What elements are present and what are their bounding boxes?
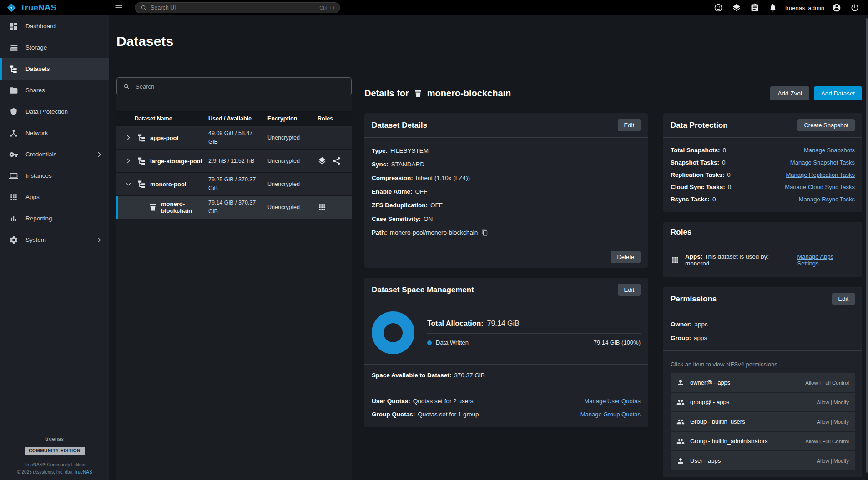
dataset-search[interactable] — [116, 77, 352, 95]
replication-tasks-row: Replication Tasks:0Manage Replication Ta… — [671, 169, 855, 181]
sidebar-item-reporting[interactable]: Reporting — [0, 208, 109, 229]
delete-dataset-button[interactable]: Delete — [611, 251, 641, 263]
snapshot-tasks-row: Snapshot Tasks:0Manage Snapshot Tasks — [671, 156, 855, 169]
footer-brand-link[interactable]: TrueNAS — [74, 470, 92, 475]
permission-value: Allow | Modify — [817, 458, 849, 464]
manage-group-quotas-link[interactable]: Manage Group Quotas — [580, 408, 641, 421]
permission-item-builtin-users[interactable]: Group - builtin_users Allow | Modify — [671, 412, 855, 431]
truenas-logo-icon — [6, 3, 16, 13]
jobs-button[interactable] — [747, 1, 762, 15]
field-label: Sync: — [372, 161, 389, 168]
card-title: Dataset Space Management — [372, 285, 474, 295]
nfsv4-hint: Click an item to view NFSv4 permissions — [671, 356, 855, 373]
manage-user-quotas-link[interactable]: Manage User Quotas — [584, 395, 641, 408]
sidebar-item-instances[interactable]: Instances — [0, 165, 109, 186]
used-available-value: 2.9 TiB / 11.52 TiB — [208, 157, 267, 165]
dataset-name: monero-blockchain — [161, 200, 208, 214]
permission-item-user-apps[interactable]: User - apps Allow | Modify — [671, 451, 855, 470]
sidebar-item-credentials[interactable]: Credentials — [0, 144, 109, 165]
total-allocation-label: Total Allocation: — [427, 320, 484, 327]
collapse-toggle-button[interactable] — [123, 179, 134, 190]
owner-label: Owner: — [671, 321, 692, 328]
sidebar-item-shares[interactable]: Shares — [0, 80, 109, 101]
add-dataset-button[interactable]: Add Dataset — [814, 86, 862, 100]
permission-value: Allow | Full Control — [805, 380, 849, 385]
permission-item-group-at[interactable]: group@ - apps Allow | Modify — [671, 393, 855, 411]
sidebar-item-label: System — [25, 236, 46, 243]
create-snapshot-button[interactable]: Create Snapshot — [797, 119, 855, 131]
manage-snapshots-link[interactable]: Manage Snapshots — [804, 144, 855, 156]
account-menu-button[interactable] — [829, 1, 844, 15]
chevron-down-icon — [125, 180, 132, 188]
dataset-row-apps-pool[interactable]: apps-pool 49.09 GiB / 58.47 GiB Unencryp… — [116, 126, 352, 150]
brand-name: TrueNAS — [20, 3, 56, 13]
copy-path-button[interactable] — [481, 229, 488, 236]
group-icon — [676, 437, 685, 445]
clipboard-icon — [750, 3, 759, 12]
manage-rsync-tasks-link[interactable]: Manage Rsync Tasks — [799, 193, 855, 205]
sidebar-item-system[interactable]: System — [0, 229, 109, 250]
total-snapshots-row: Total Snapshots:0Manage Snapshots — [671, 144, 855, 156]
row-value: 0 — [727, 169, 731, 181]
dataset-name: apps-pool — [150, 135, 178, 141]
space-management-edit-button[interactable]: Edit — [618, 284, 641, 296]
group-label: Group: — [671, 335, 691, 341]
manage-cloud-sync-tasks-link[interactable]: Manage Cloud Sync Tasks — [785, 181, 855, 193]
person-icon — [676, 457, 685, 465]
space-available: Space Available to Dataset:370.37 GiB — [372, 370, 641, 383]
user-quotas-value: Quotas set for 2 users — [413, 395, 474, 408]
sidebar-item-apps[interactable]: Apps — [0, 186, 109, 208]
row-value: 0 — [712, 193, 716, 205]
brand[interactable]: TrueNAS — [0, 3, 109, 13]
permission-item-owner[interactable]: owner@ - apps Allow | Full Control — [671, 373, 855, 392]
share-role-icon — [332, 156, 341, 165]
manage-replication-tasks-link[interactable]: Manage Replication Tasks — [786, 169, 855, 181]
dataset-row-large-storage-pool[interactable]: large-storage-pool 2.9 TiB / 11.52 TiB U… — [116, 150, 352, 173]
alerts-button[interactable] — [765, 1, 781, 15]
sidebar-item-network[interactable]: Network — [0, 122, 109, 144]
sidebar-item-dashboard[interactable]: Dashboard — [0, 15, 109, 37]
field-compression: Compression:Inherit (1.10x (LZ4)) — [372, 171, 641, 185]
dataset-row-monero-pool[interactable]: monero-pool 79.25 GiB / 370.37 GiB Unenc… — [116, 173, 352, 196]
details-title: Details for monero-blockchain — [364, 88, 511, 99]
column-header-used-available: Used / Available — [208, 115, 267, 122]
truecommand-button[interactable] — [729, 1, 744, 15]
menu-toggle-button[interactable] — [109, 0, 128, 15]
permission-value: Allow | Modify — [817, 400, 849, 405]
apps-grid-icon — [9, 193, 18, 202]
dataset-row-monero-blockchain[interactable]: monero-blockchain 79.14 GiB / 370.37 GiB… — [116, 196, 352, 219]
tree-table-header: Dataset Name Used / Available Encryption… — [116, 111, 352, 126]
layers-role-icon — [318, 156, 327, 165]
page-scrollbar[interactable] — [866, 18, 868, 473]
global-search-input[interactable] — [151, 5, 316, 11]
expand-toggle-button[interactable] — [123, 132, 134, 143]
expand-toggle-button[interactable] — [123, 155, 134, 166]
feedback-button[interactable] — [711, 1, 726, 15]
divider — [364, 389, 648, 389]
main-content: Datasets Dataset Name Used / Available E… — [109, 15, 868, 480]
details-header: Details for monero-blockchain Add Zvol A… — [364, 86, 862, 100]
field-case-sensitivity: Case Sensitivity:ON — [372, 212, 641, 226]
bell-icon — [768, 3, 777, 12]
sidebar-item-data-protection[interactable]: Data Protection — [0, 101, 109, 122]
permissions-edit-button[interactable]: Edit — [832, 293, 855, 305]
manage-snapshot-tasks-link[interactable]: Manage Snapshot Tasks — [790, 156, 855, 169]
permission-item-builtin-administrators[interactable]: Group - builtin_administrators Allow | F… — [671, 432, 855, 450]
pool-tree-icon — [137, 133, 146, 142]
manage-apps-settings-link[interactable]: Manage Apps Settings — [797, 253, 855, 267]
global-search[interactable]: Ctrl + / — [135, 2, 340, 13]
dataset-search-input[interactable] — [136, 83, 345, 90]
apps-role-row: Apps:This dataset is used by: monerod Ma… — [671, 250, 855, 270]
dataset-details-edit-button[interactable]: Edit — [618, 119, 641, 131]
chevron-right-icon — [125, 134, 132, 141]
sidebar-item-storage[interactable]: Storage — [0, 37, 109, 58]
column-header-roles: Roles — [318, 115, 345, 122]
sidebar-item-datasets[interactable]: Datasets — [0, 58, 109, 80]
dataset-details-panel: Details for monero-blockchain Add Zvol A… — [364, 77, 862, 480]
legend-value: 79.14 GiB (100%) — [594, 339, 641, 346]
power-menu-button[interactable] — [847, 1, 863, 15]
field-value: ON — [424, 215, 433, 222]
add-zvol-button[interactable]: Add Zvol — [770, 86, 809, 100]
field-value: OFF — [415, 188, 428, 195]
roles-cell — [318, 203, 345, 212]
